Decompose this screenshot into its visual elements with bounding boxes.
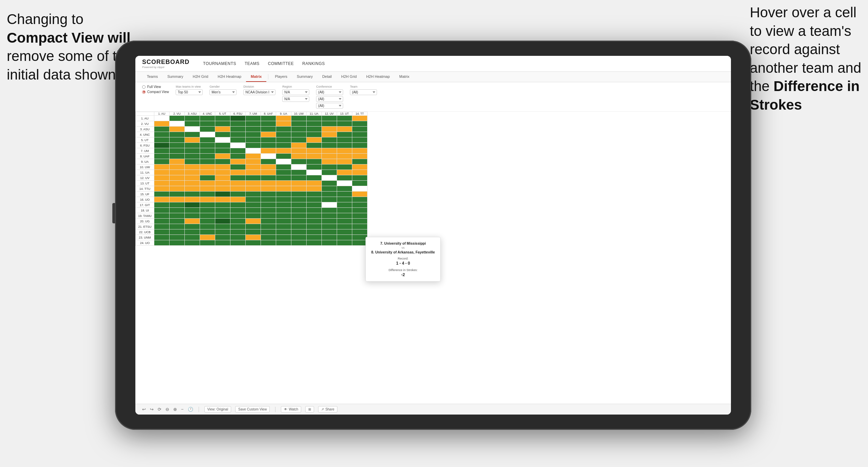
matrix-cell[interactable] (276, 181, 291, 186)
matrix-cell[interactable] (215, 116, 230, 121)
matrix-cell[interactable] (154, 229, 170, 235)
matrix-cell[interactable] (291, 143, 307, 148)
matrix-cell[interactable] (200, 181, 215, 186)
matrix-cell[interactable] (170, 202, 185, 208)
matrix-cell[interactable] (337, 121, 352, 127)
matrix-cell[interactable] (200, 132, 215, 137)
matrix-cell[interactable] (307, 143, 322, 148)
matrix-cell[interactable] (170, 170, 185, 175)
matrix-cell[interactable] (170, 143, 185, 148)
tab-summary-left[interactable]: Summary (162, 72, 188, 82)
matrix-cell[interactable] (170, 148, 185, 154)
matrix-cell[interactable] (200, 213, 215, 219)
matrix-cell[interactable] (154, 208, 170, 213)
matrix-cell[interactable] (291, 219, 307, 224)
matrix-cell[interactable] (322, 202, 337, 208)
matrix-cell[interactable] (215, 132, 230, 137)
matrix-cell[interactable] (154, 213, 170, 219)
matrix-cell[interactable] (322, 127, 337, 132)
matrix-cell[interactable] (261, 235, 276, 240)
watch-btn[interactable]: 👁 Watch (281, 406, 301, 413)
matrix-cell[interactable] (200, 154, 215, 159)
matrix-cell[interactable] (276, 170, 291, 175)
max-teams-select[interactable]: Top 50 (176, 89, 203, 95)
matrix-cell[interactable] (230, 159, 246, 164)
matrix-cell[interactable] (307, 202, 322, 208)
matrix-cell[interactable] (337, 224, 352, 229)
matrix-cell[interactable] (322, 148, 337, 154)
matrix-cell[interactable] (352, 229, 368, 235)
matrix-cell[interactable] (230, 170, 246, 175)
matrix-cell[interactable] (261, 213, 276, 219)
matrix-cell[interactable] (170, 240, 185, 246)
matrix-cell[interactable] (215, 127, 230, 132)
matrix-cell[interactable] (276, 186, 291, 192)
matrix-cell[interactable] (170, 132, 185, 137)
matrix-cell[interactable] (185, 175, 200, 181)
matrix-cell[interactable] (246, 181, 261, 186)
matrix-cell[interactable] (322, 219, 337, 224)
matrix-cell[interactable] (307, 192, 322, 197)
matrix-cell[interactable] (215, 219, 230, 224)
matrix-cell[interactable] (154, 143, 170, 148)
matrix-cell[interactable] (246, 235, 261, 240)
matrix-cell[interactable] (154, 127, 170, 132)
matrix-cell[interactable] (352, 213, 368, 219)
matrix-cell[interactable] (276, 235, 291, 240)
matrix-cell[interactable] (185, 197, 200, 202)
matrix-cell[interactable] (276, 197, 291, 202)
tab-matrix-left[interactable]: Matrix (246, 72, 266, 82)
matrix-cell[interactable] (276, 132, 291, 137)
matrix-cell[interactable] (261, 143, 276, 148)
matrix-cell[interactable] (185, 192, 200, 197)
refresh-icon[interactable]: ⟳ (158, 407, 161, 412)
nav-committee[interactable]: COMMITTEE (268, 61, 294, 66)
matrix-cell[interactable] (246, 121, 261, 127)
gender-select[interactable]: Men's (209, 89, 237, 95)
matrix-cell[interactable] (185, 164, 200, 170)
undo-icon[interactable]: ↩ (142, 407, 146, 412)
matrix-cell[interactable] (322, 132, 337, 137)
matrix-cell[interactable] (200, 240, 215, 246)
matrix-cell[interactable] (276, 202, 291, 208)
matrix-cell[interactable] (200, 164, 215, 170)
matrix-cell[interactable] (154, 132, 170, 137)
matrix-cell[interactable] (261, 229, 276, 235)
matrix-cell[interactable] (246, 116, 261, 121)
matrix-cell[interactable] (170, 235, 185, 240)
matrix-cell[interactable] (261, 148, 276, 154)
matrix-cell[interactable] (230, 224, 246, 229)
matrix-cell[interactable] (276, 116, 291, 121)
matrix-cell[interactable] (337, 192, 352, 197)
matrix-cell[interactable] (230, 116, 246, 121)
matrix-cell[interactable] (246, 224, 261, 229)
matrix-cell[interactable] (230, 192, 246, 197)
matrix-cell[interactable] (215, 224, 230, 229)
matrix-cell[interactable] (322, 154, 337, 159)
matrix-cell[interactable] (230, 143, 246, 148)
matrix-cell[interactable] (337, 235, 352, 240)
matrix-cell[interactable] (261, 121, 276, 127)
matrix-cell[interactable] (170, 224, 185, 229)
matrix-cell[interactable] (352, 175, 368, 181)
matrix-cell[interactable] (230, 148, 246, 154)
matrix-cell[interactable] (185, 181, 200, 186)
matrix-cell[interactable] (200, 170, 215, 175)
matrix-cell[interactable] (307, 137, 322, 143)
matrix-cell[interactable] (322, 208, 337, 213)
nav-teams[interactable]: TEAMS (245, 61, 260, 66)
matrix-cell[interactable] (337, 159, 352, 164)
clock-icon[interactable]: 🕐 (188, 407, 193, 412)
matrix-cell[interactable] (307, 229, 322, 235)
tab-teams[interactable]: Teams (142, 72, 162, 82)
save-custom-btn[interactable]: Save Custom View (235, 406, 270, 413)
matrix-cell[interactable] (246, 148, 261, 154)
matrix-cell[interactable] (291, 213, 307, 219)
matrix-cell[interactable] (200, 121, 215, 127)
matrix-cell[interactable] (246, 132, 261, 137)
full-view-radio[interactable] (142, 85, 146, 89)
matrix-cell[interactable] (307, 121, 322, 127)
matrix-cell[interactable] (322, 229, 337, 235)
matrix-cell[interactable] (291, 170, 307, 175)
region-select-2[interactable]: N/A (282, 96, 309, 102)
